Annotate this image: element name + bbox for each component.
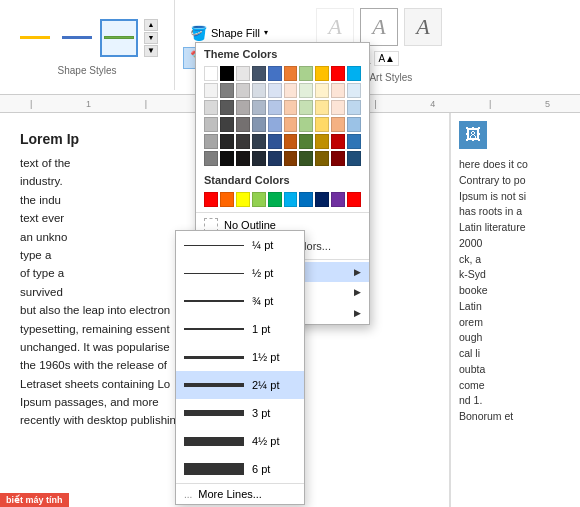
std-color-swatch-8[interactable]	[331, 192, 345, 207]
color-swatch-0-1[interactable]	[220, 66, 234, 81]
color-swatch-2-1[interactable]	[220, 100, 234, 115]
color-swatch-3-9[interactable]	[347, 117, 361, 132]
color-swatch-4-6[interactable]	[299, 134, 313, 149]
color-swatch-0-4[interactable]	[268, 66, 282, 81]
std-color-swatch-9[interactable]	[347, 192, 361, 207]
ribbon-scroll-buttons: ▲ ▼ ▼	[144, 19, 158, 57]
weight-submenu-item-7[interactable]: 4½ pt	[176, 427, 304, 455]
color-swatch-5-0[interactable]	[204, 151, 218, 166]
color-swatch-2-0[interactable]	[204, 100, 218, 115]
wordart-btn-1[interactable]: A	[316, 8, 354, 46]
color-swatch-5-8[interactable]	[331, 151, 345, 166]
shape-dash-blue[interactable]	[58, 19, 96, 57]
more-lines-item[interactable]: ...More Lines...	[176, 483, 304, 504]
color-swatch-4-3[interactable]	[252, 134, 266, 149]
color-swatch-2-6[interactable]	[299, 100, 313, 115]
shape-dash-yellow[interactable]	[16, 19, 54, 57]
color-swatch-0-3[interactable]	[252, 66, 266, 81]
color-swatch-2-7[interactable]	[315, 100, 329, 115]
color-swatch-2-5[interactable]	[284, 100, 298, 115]
color-swatch-2-9[interactable]	[347, 100, 361, 115]
color-swatch-1-2[interactable]	[236, 83, 250, 98]
shape-dash-green[interactable]	[100, 19, 138, 57]
weight-line-preview-2	[184, 291, 244, 311]
color-swatch-3-1[interactable]	[220, 117, 234, 132]
color-swatch-3-7[interactable]	[315, 117, 329, 132]
color-swatch-2-3[interactable]	[252, 100, 266, 115]
color-swatch-5-5[interactable]	[284, 151, 298, 166]
color-swatch-4-5[interactable]	[284, 134, 298, 149]
weight-submenu-item-8[interactable]: 6 pt	[176, 455, 304, 483]
color-swatch-5-6[interactable]	[299, 151, 313, 166]
color-swatch-0-8[interactable]	[331, 66, 345, 81]
color-swatch-0-2[interactable]	[236, 66, 250, 81]
color-swatch-0-5[interactable]	[284, 66, 298, 81]
color-swatch-4-7[interactable]	[315, 134, 329, 149]
std-color-swatch-5[interactable]	[284, 192, 298, 207]
scroll-up-button[interactable]: ▲	[144, 19, 158, 31]
color-swatch-1-1[interactable]	[220, 83, 234, 98]
weight-line-inner-1	[184, 273, 244, 274]
weight-submenu-item-2[interactable]: ¾ pt	[176, 287, 304, 315]
weight-line-inner-4	[184, 356, 244, 359]
scroll-expand-button[interactable]: ▼	[144, 45, 158, 57]
wordart-btn-2[interactable]: A	[360, 8, 398, 46]
std-color-swatch-6[interactable]	[299, 192, 313, 207]
sidebar-text-10: Latin	[459, 300, 482, 312]
weight-submenu-item-6[interactable]: 3 pt	[176, 399, 304, 427]
weight-submenu-item-4[interactable]: 1½ pt	[176, 343, 304, 371]
color-swatch-3-2[interactable]	[236, 117, 250, 132]
color-swatch-5-1[interactable]	[220, 151, 234, 166]
color-swatch-1-8[interactable]	[331, 83, 345, 98]
weight-submenu-item-0[interactable]: ¼ pt	[176, 231, 304, 259]
weight-submenu-item-5[interactable]: 2¼ pt	[176, 371, 304, 399]
color-swatch-1-7[interactable]	[315, 83, 329, 98]
color-swatch-5-7[interactable]	[315, 151, 329, 166]
color-swatch-3-0[interactable]	[204, 117, 218, 132]
std-color-swatch-0[interactable]	[204, 192, 218, 207]
color-swatch-3-3[interactable]	[252, 117, 266, 132]
weight-submenu-item-1[interactable]: ½ pt	[176, 259, 304, 287]
ruler-mark-1: |	[30, 99, 32, 109]
color-swatch-1-5[interactable]	[284, 83, 298, 98]
color-swatch-1-4[interactable]	[268, 83, 282, 98]
color-swatch-3-6[interactable]	[299, 117, 313, 132]
color-swatch-0-6[interactable]	[299, 66, 313, 81]
color-swatch-4-2[interactable]	[236, 134, 250, 149]
color-swatch-2-4[interactable]	[268, 100, 282, 115]
color-swatch-4-0[interactable]	[204, 134, 218, 149]
color-swatch-4-4[interactable]	[268, 134, 282, 149]
std-color-swatch-2[interactable]	[236, 192, 250, 207]
shape-fill-button[interactable]: 🪣 Shape Fill ▾	[183, 22, 300, 44]
color-swatch-1-3[interactable]	[252, 83, 266, 98]
color-swatch-4-8[interactable]	[331, 134, 345, 149]
wordart-btn-3[interactable]: A	[404, 8, 442, 46]
color-swatch-3-4[interactable]	[268, 117, 282, 132]
color-swatch-0-9[interactable]	[347, 66, 361, 81]
scroll-down-button[interactable]: ▼	[144, 32, 158, 44]
color-swatch-0-0[interactable]	[204, 66, 218, 81]
weight-submenu-arrow: ▶	[354, 267, 361, 277]
color-swatch-3-5[interactable]	[284, 117, 298, 132]
std-color-swatch-1[interactable]	[220, 192, 234, 207]
increase-font-icon[interactable]: A▲	[374, 51, 399, 66]
weight-submenu-item-3[interactable]: 1 pt	[176, 315, 304, 343]
ruler-mark-8: 4	[430, 99, 435, 109]
color-swatch-3-8[interactable]	[331, 117, 345, 132]
color-swatch-4-9[interactable]	[347, 134, 361, 149]
color-swatch-1-9[interactable]	[347, 83, 361, 98]
color-swatch-2-2[interactable]	[236, 100, 250, 115]
color-swatch-0-7[interactable]	[315, 66, 329, 81]
std-color-swatch-4[interactable]	[268, 192, 282, 207]
color-swatch-2-8[interactable]	[331, 100, 345, 115]
color-swatch-5-4[interactable]	[268, 151, 282, 166]
std-color-swatch-3[interactable]	[252, 192, 266, 207]
color-swatch-1-0[interactable]	[204, 83, 218, 98]
color-swatch-4-1[interactable]	[220, 134, 234, 149]
color-swatch-1-6[interactable]	[299, 83, 313, 98]
std-color-swatch-7[interactable]	[315, 192, 329, 207]
color-swatch-5-3[interactable]	[252, 151, 266, 166]
wordart-buttons: A A A	[316, 8, 442, 46]
color-swatch-5-9[interactable]	[347, 151, 361, 166]
color-swatch-5-2[interactable]	[236, 151, 250, 166]
